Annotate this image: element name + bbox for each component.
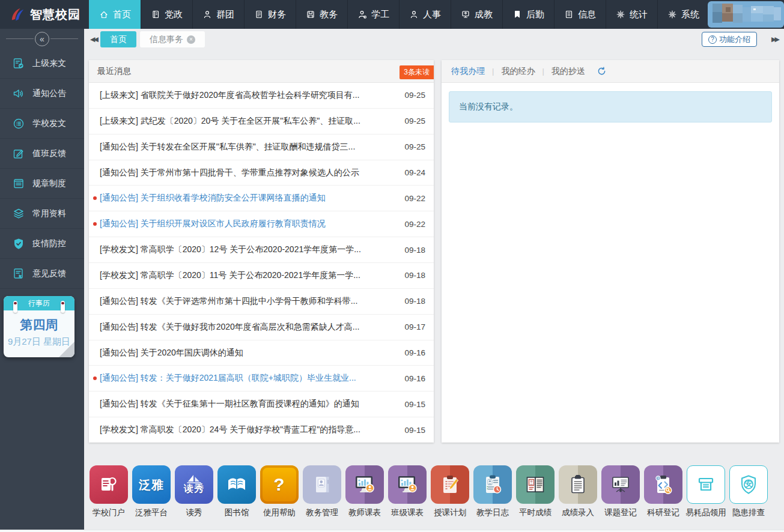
person-icon: [202, 10, 212, 19]
message-row[interactable]: [通知公告] 关于2020年国庆调休的通知 09-16: [89, 340, 434, 366]
app-title: 智慧校园: [30, 7, 81, 23]
app-edu-admin[interactable]: 教务管理: [301, 465, 343, 518]
sidebar-label: 常用资料: [32, 208, 66, 219]
nav-hr[interactable]: 人事: [399, 0, 451, 29]
app-label: 图书馆: [225, 507, 249, 518]
nav-logistics[interactable]: 后勤: [502, 0, 554, 29]
message-text: [通知公告] 关于组织收看学校消防安全公开课网络直播的通知: [100, 193, 399, 204]
app-duxiu[interactable]: 读秀 读秀: [173, 465, 215, 518]
app-research-register[interactable]: 科研登记: [642, 465, 684, 518]
top-navbar: 智慧校园 首页 党政 群团 财务 教务 学工 人事 成教 后勤 信息: [0, 0, 784, 29]
message-text: [学校发文] 常高职发〔2020〕24号 关于做好学校"青蓝工程"的指导意...: [100, 425, 399, 435]
tabs-scroll-right-icon[interactable]: ▶▶: [765, 35, 784, 43]
sidebar-label: 值班反馈: [32, 148, 66, 159]
app-help[interactable]: ? 使用帮助: [258, 465, 300, 518]
app-label: 读秀: [186, 507, 202, 518]
app-consumables[interactable]: 易耗品领用: [685, 465, 727, 518]
sidebar-item-epidemic-control[interactable]: 疫情防控: [0, 229, 84, 259]
teaching-log-icon: [473, 465, 512, 504]
research-register-icon: [644, 465, 682, 504]
message-row[interactable]: [通知公告] 关于常州市第十四批骨干、学带重点推荐对象候选人的公示 09-24: [89, 160, 434, 186]
message-date: 09-18: [399, 246, 425, 255]
message-row[interactable]: [通知公告] 关于转发在全区开展"私车供养"、挂证取酬和违规借贷三... 09-…: [89, 135, 434, 160]
message-date: 09-15: [399, 400, 425, 409]
library-book-icon: [217, 465, 256, 504]
fanya-icon: 泛雅: [132, 465, 171, 504]
app-teacher-schedule[interactable]: 教师课表: [344, 465, 386, 518]
message-text: [通知公告] 转发《关于做好我市2020年度省高层次和急需紧缺人才高...: [100, 322, 399, 333]
sidebar-item-school-documents[interactable]: 学校发文: [0, 109, 84, 139]
nav-finance[interactable]: 财务: [244, 0, 296, 29]
recent-messages-panel: 最近消息 3条未读 [上级来文] 省联院关于做好2020年度省高校哲学社会科学研…: [89, 60, 434, 443]
nav-home[interactable]: 首页: [89, 0, 141, 29]
document-cursor-icon: [12, 267, 25, 280]
message-text: [通知公告] 转发《关于征集第十一期社区教育面授课程的通知》的通知: [100, 399, 399, 410]
nav-label: 系统: [681, 9, 699, 20]
person-gear-icon: [357, 10, 367, 19]
app-school-portal[interactable]: 学校门户: [88, 465, 130, 518]
tab-todo[interactable]: 待我办理: [451, 66, 485, 77]
message-row[interactable]: [学校发文] 常高职学〔2020〕11号 关于公布2020-2021学年度第一学…: [89, 263, 434, 289]
message-row[interactable]: [通知公告] 转发《关于评选常州市第十四批中小学骨干教师和学科带... 09-1…: [89, 289, 434, 315]
message-row[interactable]: [学校发文] 常高职发〔2020〕24号 关于做好学校"青蓝工程"的指导意...…: [89, 417, 434, 443]
app-label: 教务管理: [306, 507, 338, 518]
message-row[interactable]: [通知公告] 关于组织收看学校消防安全公开课网络直播的通知 09-22: [89, 186, 434, 211]
sidebar-item-rules[interactable]: 规章制度: [0, 169, 84, 199]
nav-label: 成教: [475, 9, 493, 20]
app-library[interactable]: 图书馆: [216, 465, 258, 518]
consumables-box-icon: [687, 465, 725, 504]
sidebar-item-common-materials[interactable]: 常用资料: [0, 199, 84, 229]
app-project-register[interactable]: 课题登记: [600, 465, 642, 518]
tab-cc[interactable]: 我的抄送: [552, 66, 585, 77]
nav-student[interactable]: 学工: [347, 0, 399, 29]
message-row[interactable]: [上级来文] 武纪发〔2020〕20号 关于在全区开展"私车公养"、挂证取...…: [89, 109, 434, 135]
nav-info[interactable]: 信息: [554, 0, 606, 29]
tabs-scroll-left-icon[interactable]: ◀◀: [84, 35, 100, 43]
sidebar-item-superior-documents[interactable]: 上级来文: [0, 49, 84, 79]
tab-home[interactable]: 首页: [100, 31, 136, 47]
layers-icon: [12, 207, 25, 220]
calendar-widget[interactable]: 行事历 第四周 9月27日 星期日: [4, 296, 74, 357]
tab-info-affairs[interactable]: 信息事务 ×: [140, 31, 205, 47]
refresh-icon[interactable]: [597, 67, 606, 76]
nav-stats[interactable]: 统计: [606, 0, 657, 29]
app-label: 科研登记: [647, 507, 679, 518]
sidebar-item-feedback[interactable]: 意见反馈: [0, 259, 84, 289]
disk-icon: [306, 10, 315, 19]
app-fanya[interactable]: 泛雅 泛雅平台: [130, 465, 172, 518]
app-usual-grades[interactable]: 平时成绩: [514, 465, 556, 518]
message-row[interactable]: [通知公告] 转发：关于做好2021届高职（联院+城职院）毕业生就业... 09…: [89, 366, 434, 391]
nav-adult-edu[interactable]: 成教: [451, 0, 502, 29]
nav-academic[interactable]: 教务: [296, 0, 347, 29]
tab-close-icon[interactable]: ×: [187, 35, 195, 44]
nav-label: 学工: [371, 9, 389, 20]
sidebar-collapse-button[interactable]: «: [35, 32, 49, 46]
app-teaching-log[interactable]: 教学日志: [472, 465, 514, 518]
message-row[interactable]: [通知公告] 关于组织开展对设区市人民政府履行教育职责情况 09-22: [89, 211, 434, 237]
message-row[interactable]: [学校发文] 常高职学〔2020〕12号 关于公布2020-2021学年度第一学…: [89, 237, 434, 263]
tab-handled[interactable]: 我的经办: [501, 66, 535, 77]
message-row[interactable]: [通知公告] 转发《关于征集第十一期社区教育面授课程的通知》的通知 09-15: [89, 391, 434, 417]
nav-groups[interactable]: 群团: [192, 0, 244, 29]
user-account-area[interactable]: [708, 1, 784, 28]
message-row[interactable]: [上级来文] 省联院关于做好2020年度省高校哲学社会科学研究项目有... 09…: [89, 83, 434, 109]
unread-count-badge: 3条未读: [400, 65, 434, 79]
app-hazard-check[interactable]: 安 隐患排查: [728, 465, 770, 518]
sidebar-item-duty-feedback[interactable]: 值班反馈: [0, 139, 84, 169]
app-label: 学校门户: [93, 507, 125, 518]
app-grade-entry[interactable]: 成绩录入: [557, 465, 599, 518]
app-teaching-plan[interactable]: 授课计划: [429, 465, 471, 518]
sidebar-label: 通知公告: [32, 88, 66, 99]
nav-system[interactable]: 系统: [657, 0, 709, 29]
message-date: 09-17: [399, 322, 425, 331]
nav-party[interactable]: 党政: [141, 0, 192, 29]
feature-intro-button[interactable]: ? 功能介绍: [702, 32, 757, 47]
app-class-schedule[interactable]: 班级课表: [386, 465, 428, 518]
shield-character: 安: [730, 479, 767, 489]
sidebar-item-notices[interactable]: 通知公告: [0, 79, 84, 109]
unread-dot-icon: [93, 376, 97, 380]
left-sidebar: « 上级来文 通知公告 学校发文 值班反馈 规章制度 常用资料 疫情防控 意见反…: [0, 29, 84, 530]
home-icon: [99, 10, 109, 19]
message-row[interactable]: [通知公告] 转发《关于做好我市2020年度省高层次和急需紧缺人才高... 09…: [89, 315, 434, 340]
calendar-ring-icon: [13, 301, 17, 313]
